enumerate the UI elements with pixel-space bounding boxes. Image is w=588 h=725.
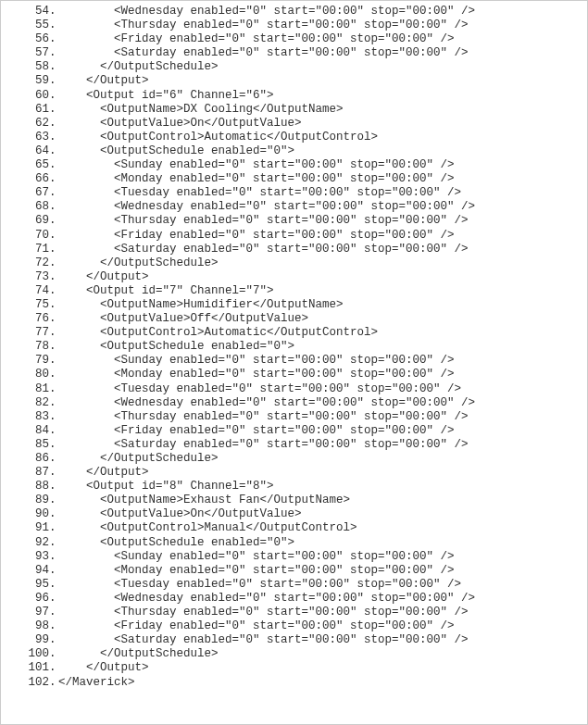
- code-text: </OutputSchedule>: [58, 60, 219, 74]
- code-line: 68. <Wednesday enabled="0" start="00:00"…: [8, 200, 580, 214]
- line-number-dot: .: [49, 661, 58, 675]
- line-number: 98: [8, 619, 49, 633]
- line-number: 69: [8, 214, 49, 228]
- code-text: <OutputControl>Automatic</OutputControl>: [58, 326, 378, 340]
- code-text: <Wednesday enabled="0" start="00:00" sto…: [58, 592, 475, 606]
- code-line: 79. <Sunday enabled="0" start="00:00" st…: [8, 354, 580, 368]
- code-line: 73. </Output>: [8, 270, 580, 284]
- code-text: <OutputValue>On</OutputValue>: [58, 507, 302, 521]
- code-text: <Thursday enabled="0" start="00:00" stop…: [58, 410, 469, 424]
- code-line: 70. <Friday enabled="0" start="00:00" st…: [8, 229, 580, 243]
- line-number: 57: [8, 46, 49, 60]
- line-number: 63: [8, 131, 49, 144]
- code-line: 57. <Saturday enabled="0" start="00:00" …: [8, 46, 580, 60]
- code-line: 65. <Sunday enabled="0" start="00:00" st…: [8, 158, 580, 172]
- line-number: 84: [8, 424, 49, 438]
- code-text: <Saturday enabled="0" start="00:00" stop…: [58, 633, 469, 647]
- code-text: </Output>: [58, 74, 149, 88]
- line-number: 90: [8, 507, 49, 521]
- code-line: 75. <OutputName>Humidifier</OutputName>: [8, 298, 580, 312]
- code-line: 96. <Wednesday enabled="0" start="00:00"…: [8, 592, 580, 606]
- line-number: 94: [8, 564, 49, 578]
- line-number-dot: .: [49, 326, 58, 340]
- line-number-dot: .: [49, 424, 58, 438]
- code-line: 102.</Maverick>: [8, 676, 580, 690]
- code-text: <OutputName>Humidifier</OutputName>: [58, 298, 344, 312]
- code-text: <OutputSchedule enabled="0">: [58, 144, 294, 158]
- code-text: </Output>: [58, 270, 149, 284]
- code-line: 99. <Saturday enabled="0" start="00:00" …: [8, 633, 580, 647]
- line-number: 60: [8, 89, 49, 103]
- line-number-dot: .: [49, 396, 58, 410]
- code-line: 61. <OutputName>DX Cooling</OutputName>: [8, 103, 580, 117]
- line-number: 87: [8, 466, 49, 480]
- code-line: 94. <Monday enabled="0" start="00:00" st…: [8, 564, 580, 578]
- line-number-dot: .: [49, 60, 58, 74]
- line-number-dot: .: [49, 284, 58, 298]
- line-number-dot: .: [49, 144, 58, 158]
- line-number: 58: [8, 60, 49, 74]
- line-number-dot: .: [49, 452, 58, 466]
- code-line: 88. <Output id="8" Channel="8">: [8, 480, 580, 494]
- code-line: 67. <Tuesday enabled="0" start="00:00" s…: [8, 186, 580, 200]
- line-number-dot: .: [49, 243, 58, 256]
- code-line: 80. <Monday enabled="0" start="00:00" st…: [8, 368, 580, 381]
- line-number: 73: [8, 270, 49, 284]
- line-number: 95: [8, 578, 49, 592]
- code-text: <Friday enabled="0" start="00:00" stop="…: [58, 424, 455, 438]
- code-text: <Wednesday enabled="0" start="00:00" sto…: [58, 200, 475, 214]
- code-text: <Saturday enabled="0" start="00:00" stop…: [58, 243, 469, 256]
- line-number: 71: [8, 243, 49, 256]
- line-number: 65: [8, 158, 49, 172]
- code-line: 82. <Wednesday enabled="0" start="00:00"…: [8, 396, 580, 410]
- code-line: 64. <OutputSchedule enabled="0">: [8, 144, 580, 158]
- line-number-dot: .: [49, 270, 58, 284]
- line-number-dot: .: [49, 74, 58, 88]
- line-number-dot: .: [49, 19, 58, 32]
- line-number: 62: [8, 117, 49, 131]
- code-line: 59. </Output>: [8, 74, 580, 88]
- line-number: 97: [8, 606, 49, 619]
- line-number: 99: [8, 633, 49, 647]
- code-text: <OutputControl>Manual</OutputControl>: [58, 521, 357, 535]
- line-number: 59: [8, 74, 49, 88]
- code-line: 72. </OutputSchedule>: [8, 256, 580, 270]
- line-number-dot: .: [49, 312, 58, 326]
- line-number: 100: [8, 647, 49, 661]
- line-number: 88: [8, 480, 49, 494]
- line-number-dot: .: [49, 103, 58, 117]
- line-number: 89: [8, 494, 49, 507]
- line-number-dot: .: [49, 578, 58, 592]
- code-line: 81. <Tuesday enabled="0" start="00:00" s…: [8, 382, 580, 396]
- code-text: <Saturday enabled="0" start="00:00" stop…: [58, 438, 469, 452]
- code-line: 62. <OutputValue>On</OutputValue>: [8, 117, 580, 131]
- line-number: 93: [8, 550, 49, 564]
- code-text: <Monday enabled="0" start="00:00" stop="…: [58, 172, 455, 186]
- code-text: </OutputSchedule>: [58, 256, 219, 270]
- line-number: 82: [8, 396, 49, 410]
- line-number: 83: [8, 410, 49, 424]
- code-line: 56. <Friday enabled="0" start="00:00" st…: [8, 32, 580, 46]
- code-line: 90. <OutputValue>On</OutputValue>: [8, 507, 580, 521]
- line-number-dot: .: [49, 298, 58, 312]
- code-line: 76. <OutputValue>Off</OutputValue>: [8, 312, 580, 326]
- code-text: <Output id="6" Channel="6">: [58, 89, 274, 103]
- line-number: 70: [8, 229, 49, 243]
- line-number: 55: [8, 19, 49, 32]
- code-line: 69. <Thursday enabled="0" start="00:00" …: [8, 214, 580, 228]
- code-text: <Friday enabled="0" start="00:00" stop="…: [58, 32, 455, 46]
- code-line: 84. <Friday enabled="0" start="00:00" st…: [8, 424, 580, 438]
- code-text: <OutputValue>On</OutputValue>: [58, 117, 302, 131]
- code-line: 89. <OutputName>Exhaust Fan</OutputName>: [8, 494, 580, 507]
- line-number: 67: [8, 186, 49, 200]
- line-number-dot: .: [49, 32, 58, 46]
- line-number: 61: [8, 103, 49, 117]
- line-number-dot: .: [49, 89, 58, 103]
- line-number-dot: .: [49, 564, 58, 578]
- line-number: 101: [8, 661, 49, 675]
- code-text: <Sunday enabled="0" start="00:00" stop="…: [58, 550, 455, 564]
- code-line: 100. </OutputSchedule>: [8, 647, 580, 661]
- line-number-dot: .: [49, 494, 58, 507]
- code-text: <OutputControl>Automatic</OutputControl>: [58, 131, 378, 144]
- code-text: <OutputSchedule enabled="0">: [58, 340, 294, 354]
